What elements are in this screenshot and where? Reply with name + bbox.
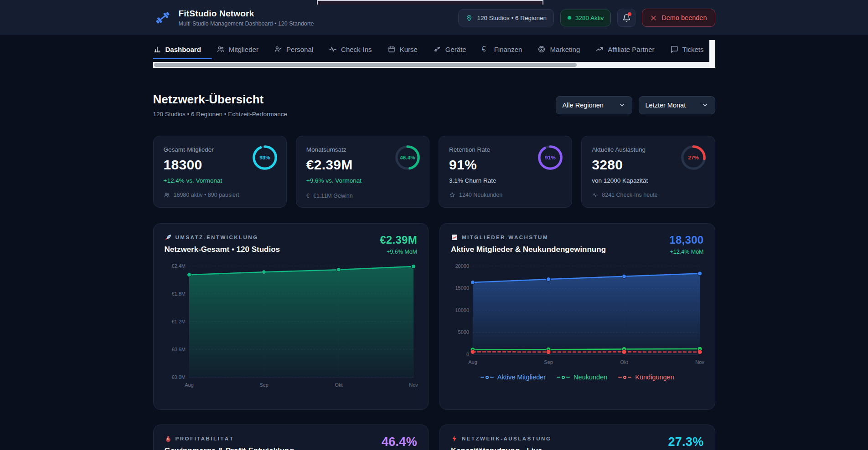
- page-subtitle: 120 Studios • 6 Regionen • Echtzeit-Perf…: [153, 111, 288, 118]
- svg-text:€1.2M: €1.2M: [171, 319, 186, 324]
- svg-text:91%: 91%: [545, 154, 556, 160]
- tab-label: Mitglieder: [229, 46, 258, 53]
- notifications-button[interactable]: [617, 9, 636, 27]
- activity-icon: [592, 192, 598, 198]
- period-filter-select[interactable]: Letzter Monat: [639, 96, 715, 114]
- svg-text:€0.0M: €0.0M: [171, 374, 186, 380]
- profitability-value: 46.4%: [382, 435, 417, 449]
- svg-text:93%: 93%: [259, 154, 270, 160]
- chart-legend: Aktive MitgliederNeukundenKündigungen: [451, 373, 704, 381]
- svg-text:€1.8M: €1.8M: [171, 291, 186, 297]
- legend-item-neukunden[interactable]: Neukunden: [557, 373, 607, 381]
- euro-icon: €: [306, 192, 310, 200]
- users-icon: [164, 192, 170, 198]
- kpi-delta: von 12000 Kapazität: [592, 177, 704, 184]
- svg-text:10000: 10000: [455, 307, 469, 313]
- svg-text:Aug: Aug: [185, 382, 194, 388]
- svg-text:27%: 27%: [688, 154, 699, 160]
- tab-finanzen[interactable]: €Finanzen: [482, 41, 522, 58]
- kpi-card-monatsumsatz: Monatsumsatz €2.39M +9.6% vs. Vormonat €…: [296, 136, 429, 208]
- target-icon: [537, 45, 546, 53]
- active-badge-label: 3280 Aktiv: [575, 15, 604, 21]
- kpi-card-aktuelle-auslastung: Aktuelle Auslastung 3280 von 12000 Kapaz…: [581, 136, 715, 208]
- calendar-icon: [388, 45, 396, 53]
- revenue-chart: €0.0M€0.6M€1.2M€1.8M€2.4MAugSepOktNov: [165, 260, 418, 391]
- tab-personal[interactable]: Personal: [274, 41, 313, 58]
- svg-text:20000: 20000: [455, 263, 469, 269]
- end-demo-button[interactable]: Demo beenden: [642, 9, 715, 27]
- kpi-footer-label: 1240 Neukunden: [459, 192, 502, 198]
- members-big-delta: +12.4% MoM: [669, 249, 703, 255]
- svg-text:€2.4M: €2.4M: [171, 263, 186, 269]
- members-chart: 05000100001500020000AugSepOktNov: [451, 260, 704, 368]
- svg-text:Aug: Aug: [468, 359, 477, 365]
- moneybag-icon: $: [165, 435, 172, 442]
- dumbbell-icon: [433, 45, 441, 53]
- svg-text:46.4%: 46.4%: [400, 154, 415, 160]
- app-subtitle: Multi-Studio Management Dashboard • 120 …: [179, 20, 314, 27]
- svg-text:15000: 15000: [455, 285, 469, 291]
- tab-check-ins[interactable]: Check-Ins: [329, 41, 372, 58]
- svg-text:Nov: Nov: [409, 382, 418, 388]
- popup-remnant: [317, 0, 543, 5]
- kpi-footer: 8241 Check-Ins heute: [592, 192, 704, 198]
- region-filter-select[interactable]: Alle Regionen: [556, 96, 632, 114]
- utilization-kicker: NETZWERK-AUSLASTUNG: [451, 435, 551, 442]
- kpi-card-gesamt-mitglieder: Gesamt-Mitglieder 18300 +12.4% vs. Vormo…: [153, 136, 287, 208]
- euro-icon: €: [482, 45, 490, 53]
- main-nav-container: DashboardMitgliederPersonalCheck-InsKurs…: [153, 39, 715, 68]
- tab-marketing[interactable]: Marketing: [537, 41, 580, 58]
- trending-up-icon: [595, 45, 604, 53]
- svg-text:Okt: Okt: [335, 382, 342, 388]
- tab-label: Personal: [286, 46, 313, 53]
- map-pin-icon: [465, 14, 473, 21]
- period-filter-value: Letzter Monat: [646, 102, 686, 109]
- region-filter-value: Alle Regionen: [563, 102, 604, 109]
- tab-tickets[interactable]: Tickets: [670, 41, 704, 58]
- app-title: FitStudio Network: [179, 9, 314, 19]
- star-icon: [449, 192, 455, 198]
- members-kicker: MITGLIEDER-WACHSTUM: [451, 234, 606, 241]
- utilization-value: 27.3%: [668, 435, 703, 449]
- svg-text:$: $: [167, 438, 169, 440]
- vertical-scrollbar[interactable]: [709, 40, 715, 68]
- tab-affiliate-partner[interactable]: Affiliate Partner: [595, 41, 654, 58]
- progress-ring: 46.4%: [394, 144, 421, 171]
- kpi-footer-label: 8241 Check-Ins heute: [602, 192, 657, 198]
- horizontal-scrollbar-thumb[interactable]: [154, 63, 577, 67]
- users-icon: [217, 45, 225, 53]
- kpi-delta: 3.1% Churn Rate: [449, 177, 562, 184]
- bar-chart-icon: [153, 45, 161, 53]
- activity-icon: [329, 45, 337, 53]
- main-nav: DashboardMitgliederPersonalCheck-InsKurs…: [153, 39, 709, 59]
- network-utilization-card: NETZWERK-AUSLASTUNG Kapazitätsnutzung - …: [439, 424, 715, 450]
- tab-kurse[interactable]: Kurse: [388, 41, 418, 58]
- kpi-card-retention-rate: Retention Rate 91% 3.1% Churn Rate 1240 …: [439, 136, 572, 208]
- progress-ring: 93%: [252, 144, 278, 171]
- tab-dashboard[interactable]: Dashboard: [153, 41, 201, 58]
- revenue-big-delta: +9.6% MoM: [380, 249, 417, 255]
- studios-regions-badge: 120 Studios • 6 Regionen: [458, 9, 554, 26]
- page-title: Netzwerk-Übersicht: [153, 92, 288, 107]
- profitability-kicker: $ PROFITABILITÄT: [165, 435, 294, 442]
- green-status-dot: [568, 16, 571, 20]
- horizontal-scrollbar[interactable]: [153, 62, 709, 68]
- tab-mitglieder[interactable]: Mitglieder: [217, 41, 258, 58]
- chevron-down-icon: [619, 102, 625, 108]
- revenue-chart-card: UMSATZ-ENTWICKLUNG Netzwerk-Gesamt • 120…: [153, 223, 429, 410]
- chevron-down-icon: [702, 102, 708, 108]
- dumbbell-logo-icon: [153, 8, 172, 27]
- members-big-value: 18,300: [669, 234, 703, 246]
- profitability-kicker-label: PROFITABILITÄT: [176, 436, 234, 441]
- members-chart-card: MITGLIEDER-WACHSTUM Aktive Mitglieder & …: [439, 223, 715, 410]
- profitability-card: $ PROFITABILITÄT Gewinnmarge & Profit-En…: [153, 424, 429, 450]
- notification-dot: [628, 12, 631, 16]
- utilization-title: Kapazitätsnutzung - Live: [451, 446, 551, 450]
- legend-item-aktive-mitglieder[interactable]: Aktive Mitglieder: [480, 373, 546, 381]
- tab-ger-te[interactable]: Geräte: [433, 41, 466, 58]
- legend-item-k-ndigungen[interactable]: Kündigungen: [618, 373, 674, 381]
- studios-badge-label: 120 Studios • 6 Regionen: [477, 15, 547, 21]
- utilization-kicker-label: NETZWERK-AUSLASTUNG: [462, 436, 551, 441]
- kpi-footer: 16980 aktiv • 890 pausiert: [164, 192, 276, 198]
- progress-ring: 27%: [680, 144, 707, 171]
